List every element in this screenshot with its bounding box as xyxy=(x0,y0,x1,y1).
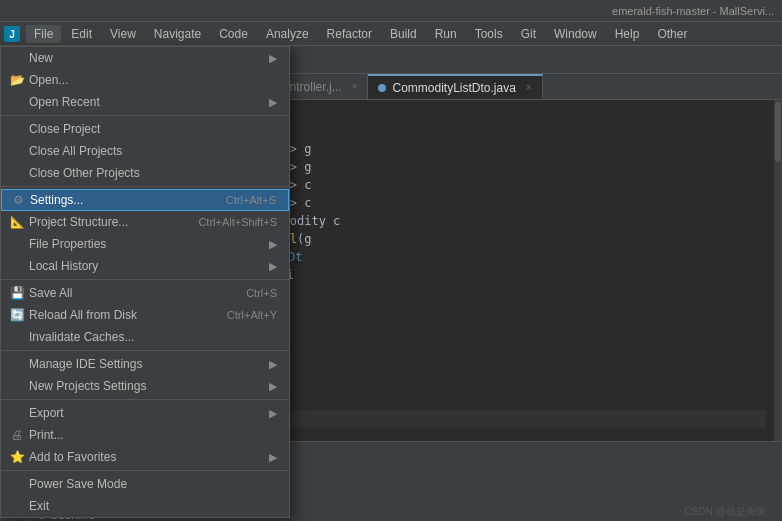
favorites-icon: ⭐ xyxy=(9,450,25,464)
settings-menu-icon: ⚙ xyxy=(10,193,26,207)
menu-window[interactable]: Window xyxy=(546,25,605,43)
menu-view[interactable]: View xyxy=(102,25,144,43)
menu-item-file-properties[interactable]: File Properties ▶ xyxy=(1,233,289,255)
titlebar-text: emerald-fish-master - MallServi... xyxy=(612,5,774,17)
separator-4 xyxy=(1,350,289,351)
menu-item-export[interactable]: Export ▶ xyxy=(1,402,289,424)
menu-tools[interactable]: Tools xyxy=(467,25,511,43)
submenu-arrow-history: ▶ xyxy=(269,260,277,273)
menu-refactor[interactable]: Refactor xyxy=(319,25,380,43)
menu-label-add-favorites: Add to Favorites xyxy=(29,450,116,464)
project-structure-icon: 📐 xyxy=(9,215,25,229)
menu-item-open-recent[interactable]: Open Recent ▶ xyxy=(1,91,289,113)
menu-label-project-structure: Project Structure... xyxy=(29,215,128,229)
menu-label-close-all: Close All Projects xyxy=(29,144,122,158)
menu-file[interactable]: File xyxy=(26,25,61,43)
shortcut-save-all: Ctrl+S xyxy=(226,287,277,299)
menu-label-print: Print... xyxy=(29,428,64,442)
menu-item-local-history[interactable]: Local History ▶ xyxy=(1,255,289,277)
menu-other[interactable]: Other xyxy=(649,25,695,43)
menu-label-save-all: Save All xyxy=(29,286,72,300)
tab-close-mall[interactable]: × xyxy=(352,81,358,92)
menu-label-settings: Settings... xyxy=(30,193,83,207)
menu-item-add-favorites[interactable]: ⭐ Add to Favorites ▶ xyxy=(1,446,289,468)
menu-label-new-projects: New Projects Settings xyxy=(29,379,146,393)
submenu-arrow-export: ▶ xyxy=(269,407,277,420)
save-all-icon: 💾 xyxy=(9,286,25,300)
menu-label-file-properties: File Properties xyxy=(29,237,106,251)
submenu-arrow-manage-ide: ▶ xyxy=(269,358,277,371)
menu-label-open-recent: Open Recent xyxy=(29,95,100,109)
menu-navigate[interactable]: Navigate xyxy=(146,25,209,43)
file-dropdown-menu: New ▶ 📂 Open... Open Recent ▶ Close Proj… xyxy=(0,46,290,518)
menu-edit[interactable]: Edit xyxy=(63,25,100,43)
menu-item-project-structure[interactable]: 📐 Project Structure... Ctrl+Alt+Shift+S xyxy=(1,211,289,233)
menu-item-new[interactable]: New ▶ xyxy=(1,47,289,69)
menu-item-close-other-projects[interactable]: Close Other Projects xyxy=(1,162,289,184)
watermark-text: CSDN @就是肉粥... xyxy=(684,506,774,517)
separator-5 xyxy=(1,399,289,400)
menu-item-open[interactable]: 📂 Open... xyxy=(1,69,289,91)
bottom-watermark: CSDN @就是肉粥... xyxy=(676,503,782,521)
menu-label-exit: Exit xyxy=(29,499,49,513)
menu-item-settings[interactable]: ⚙ Settings... Ctrl+Alt+S xyxy=(1,189,289,211)
open-icon: 📂 xyxy=(9,73,25,87)
titlebar: emerald-fish-master - MallServi... xyxy=(0,0,782,22)
menubar: J File Edit View Navigate Code Analyze R… xyxy=(0,22,782,46)
menu-item-close-all-projects[interactable]: Close All Projects xyxy=(1,140,289,162)
menu-item-print[interactable]: 🖨 Print... xyxy=(1,424,289,446)
submenu-arrow-new: ▶ xyxy=(269,52,277,65)
separator-3 xyxy=(1,279,289,280)
menu-help[interactable]: Help xyxy=(607,25,648,43)
menu-label-power-save: Power Save Mode xyxy=(29,477,127,491)
shortcut-settings: Ctrl+Alt+S xyxy=(206,194,276,206)
submenu-arrow-favorites: ▶ xyxy=(269,451,277,464)
menu-label-new: New xyxy=(29,51,53,65)
shortcut-project-structure: Ctrl+Alt+Shift+S xyxy=(178,216,277,228)
menu-item-reload-disk[interactable]: 🔄 Reload All from Disk Ctrl+Alt+Y xyxy=(1,304,289,326)
menu-label-close-project: Close Project xyxy=(29,122,100,136)
shortcut-reload-disk: Ctrl+Alt+Y xyxy=(207,309,277,321)
print-icon: 🖨 xyxy=(9,428,25,442)
menu-label-manage-ide: Manage IDE Settings xyxy=(29,357,142,371)
scrollbar[interactable] xyxy=(774,100,782,441)
menu-label-local-history: Local History xyxy=(29,259,98,273)
separator-6 xyxy=(1,470,289,471)
menu-label-reload-disk: Reload All from Disk xyxy=(29,308,137,322)
menu-label-export: Export xyxy=(29,406,64,420)
app-logo: J xyxy=(4,26,20,42)
submenu-arrow-file-props: ▶ xyxy=(269,238,277,251)
menu-item-exit[interactable]: Exit xyxy=(1,495,289,517)
menu-item-power-save[interactable]: Power Save Mode xyxy=(1,473,289,495)
menu-item-invalidate-caches[interactable]: Invalidate Caches... xyxy=(1,326,289,348)
menu-item-new-projects-settings[interactable]: New Projects Settings ▶ xyxy=(1,375,289,397)
separator-2 xyxy=(1,186,289,187)
tab-commodity[interactable]: CommodityListDto.java × xyxy=(368,74,542,99)
menu-git[interactable]: Git xyxy=(513,25,544,43)
menu-run[interactable]: Run xyxy=(427,25,465,43)
scrollbar-thumb[interactable] xyxy=(775,102,781,162)
tab-close-commodity[interactable]: × xyxy=(526,82,532,93)
menu-label-open: Open... xyxy=(29,73,68,87)
separator-1 xyxy=(1,115,289,116)
menu-code[interactable]: Code xyxy=(211,25,256,43)
menu-item-close-project[interactable]: Close Project xyxy=(1,118,289,140)
menu-item-save-all[interactable]: 💾 Save All Ctrl+S xyxy=(1,282,289,304)
reload-disk-icon: 🔄 xyxy=(9,308,25,322)
submenu-arrow-new-projects: ▶ xyxy=(269,380,277,393)
menu-build[interactable]: Build xyxy=(382,25,425,43)
svg-text:J: J xyxy=(9,29,15,40)
menu-item-manage-ide[interactable]: Manage IDE Settings ▶ xyxy=(1,353,289,375)
tab-dot-commodity xyxy=(378,84,386,92)
menu-label-close-other: Close Other Projects xyxy=(29,166,140,180)
tab-label-commodity: CommodityListDto.java xyxy=(392,81,515,95)
menu-analyze[interactable]: Analyze xyxy=(258,25,317,43)
submenu-arrow-recent: ▶ xyxy=(269,96,277,109)
menu-label-invalidate-caches: Invalidate Caches... xyxy=(29,330,134,344)
